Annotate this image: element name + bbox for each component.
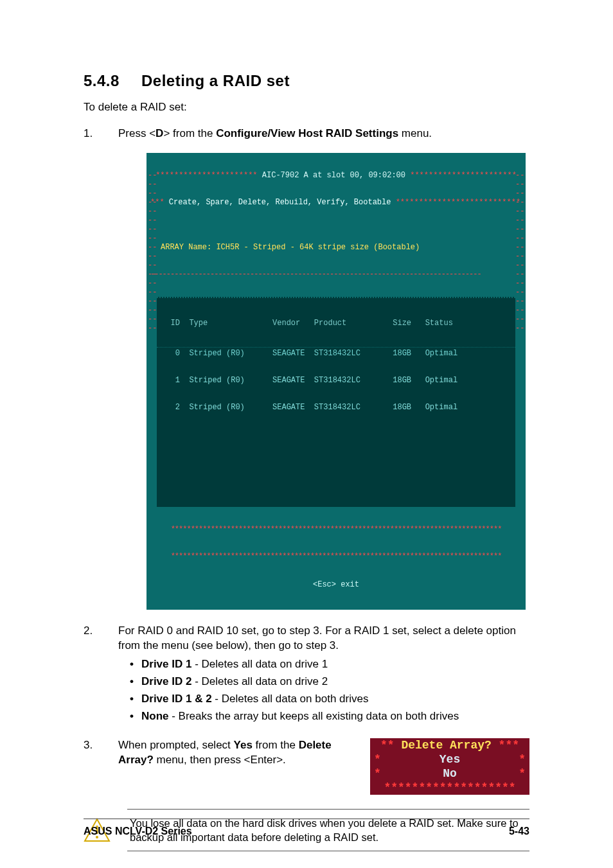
step1-menu: Configure/View Host RAID Settings xyxy=(216,127,398,139)
footer-series: ASUS NCLV-D2 Series xyxy=(84,824,192,838)
step3-post: menu, then press <Enter>. xyxy=(154,754,286,766)
term-menu-items: Create, Spare, Delete, Rebuild, Verify, … xyxy=(169,198,391,207)
opt-desc: - Breaks the array but keeps all existin… xyxy=(169,710,459,722)
step-2: For RAID 0 and RAID 10 set, go to step 3… xyxy=(84,624,529,724)
section-heading: 5.4.8Deleting a RAID set xyxy=(84,71,529,91)
opt-desc: - Deletes all data on drive 2 xyxy=(191,675,328,687)
section-title: Deleting a RAID set xyxy=(141,72,290,89)
section-number: 5.4.8 xyxy=(84,71,141,91)
table-row: 2 Striped (R0) SEAGATE ST318432LC 18GB O… xyxy=(157,403,515,412)
opt-label: Drive ID 1 & 2 xyxy=(141,693,212,705)
step-1: Press <D> from the Configure/View Host R… xyxy=(84,127,529,610)
bios-terminal: ********************** AIC-7902 A at slo… xyxy=(147,153,526,610)
step3-mid: from the xyxy=(253,739,299,751)
term-left-border: ------------------------------------ xyxy=(148,171,157,590)
step3-yes: Yes xyxy=(234,739,253,751)
term-sep: ****************************************… xyxy=(147,552,526,561)
prompt-title: Delete Array? xyxy=(401,739,491,752)
step1-key: D xyxy=(155,127,163,139)
list-item: Drive ID 1 - Deletes all data on drive 1 xyxy=(130,657,529,672)
intro-text: To delete a RAID set: xyxy=(84,100,529,115)
list-item: Drive ID 2 - Deletes all data on drive 2 xyxy=(130,675,529,689)
term-title: AIC-7902 A at slot 00, 09:02:00 xyxy=(258,171,411,180)
page-footer: ASUS NCLV-D2 Series 5-43 xyxy=(84,819,529,838)
table-row: 1 Striped (R0) SEAGATE ST318432LC 18GB O… xyxy=(157,376,515,385)
term-right-border: ------------------------------------ xyxy=(515,171,524,590)
step1-prefix: Press < xyxy=(118,127,155,139)
opt-label: Drive ID 1 xyxy=(141,658,191,670)
term-footer: <Esc> exit xyxy=(147,579,526,592)
term-menu-post xyxy=(391,198,395,207)
step3-pre: When prompted, select xyxy=(118,739,234,751)
term-sep: ****************************************… xyxy=(147,525,526,534)
prompt-no[interactable]: No xyxy=(443,766,457,781)
step2-text: For RAID 0 and RAID 10 set, go to step 3… xyxy=(118,624,516,651)
footer-page: 5-43 xyxy=(509,824,529,838)
step-3: When prompted, select Yes from the Delet… xyxy=(84,738,529,795)
delete-array-prompt: ** Delete Array? *** *Yes* *No* ********… xyxy=(370,738,529,795)
term-array-line: ARRAY Name: ICH5R - Striped - 64K stripe… xyxy=(161,243,420,252)
step1-mid: > from the xyxy=(163,127,216,139)
prompt-yes[interactable]: Yes xyxy=(440,752,460,766)
opt-label: None xyxy=(141,710,169,722)
list-item: None - Breaks the array but keeps all ex… xyxy=(130,709,529,724)
opt-label: Drive ID 2 xyxy=(141,675,191,687)
table-row: 0 Striped (R0) SEAGATE ST318432LC 18GB O… xyxy=(157,347,515,358)
list-item: Drive ID 1 & 2 - Deletes all data on bot… xyxy=(130,692,529,707)
opt-desc: - Deletes all data on drive 1 xyxy=(191,658,328,670)
step-4: Press <ESC> to exit the utility. xyxy=(84,865,529,868)
term-header: ID Type Vendor Product Size Status xyxy=(157,319,515,328)
step1-suffix: menu. xyxy=(398,127,432,139)
term-body: ID Type Vendor Product Size Status 0 Str… xyxy=(157,297,515,507)
opt-desc: - Deletes all data on both drives xyxy=(212,693,369,705)
